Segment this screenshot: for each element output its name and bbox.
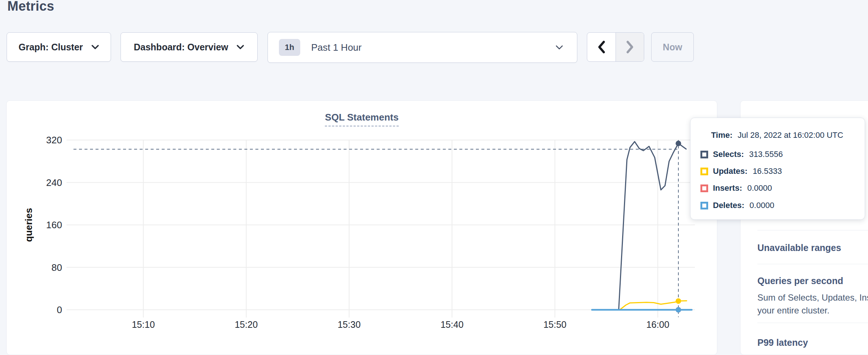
y-axis-tick-label: 80 [51, 262, 62, 273]
tooltip-series-value: 0.0000 [750, 201, 774, 210]
updates-series-swatch-icon [700, 168, 708, 175]
inserts-series-swatch-icon [700, 184, 708, 192]
sidebar-description-line: your entire cluster. [757, 305, 829, 316]
divider [757, 323, 868, 323]
hover-crosshair [73, 140, 678, 317]
graph-selector-dropdown[interactable]: Graph: Cluster [7, 32, 111, 62]
dashboard-selector-dropdown[interactable]: Dashboard: Overview [121, 32, 258, 62]
y-axis-tick-label: 240 [46, 177, 62, 188]
dashboard-selector-label: Dashboard: Overview [134, 42, 228, 53]
x-axis-tick-label: 15:40 [441, 319, 464, 330]
next-time-window-button[interactable] [616, 33, 644, 61]
x-axis-tick-label: 15:50 [544, 319, 567, 330]
sidebar-description-line: Sum of Selects, Updates, Inser [757, 293, 868, 303]
chevron-right-icon [624, 40, 635, 54]
y-axis-tick-label: 160 [46, 219, 62, 230]
chevron-down-icon [555, 44, 564, 51]
sidebar-heading-p99-latency: P99 latency [757, 337, 808, 348]
chart-grid: 08016024032015:1015:2015:3015:4015:5016:… [46, 135, 695, 330]
now-button[interactable]: Now [651, 32, 694, 62]
sql-statements-chart[interactable]: 08016024032015:1015:2015:3015:4015:5016:… [7, 101, 718, 355]
time-range-dropdown[interactable]: 1h Past 1 Hour [268, 32, 577, 63]
x-axis-tick-label: 15:30 [338, 319, 361, 330]
chevron-down-icon [236, 44, 244, 50]
tooltip-series-label: Deletes: [713, 201, 745, 210]
graph-selector-label: Graph: Cluster [18, 42, 83, 53]
time-range-badge: 1h [279, 39, 300, 56]
hover-dot-updates [676, 298, 681, 304]
y-axis-tick-label: 320 [46, 135, 62, 146]
time-step-button-group [587, 32, 644, 62]
sidebar-heading-queries-per-second: Queries per second [757, 276, 843, 286]
x-axis-tick-label: 16:00 [646, 319, 670, 330]
tooltip-series-value: 313.5556 [749, 150, 783, 159]
sidebar-heading-unavailable-ranges: Unavailable ranges [757, 243, 841, 253]
divider [757, 264, 868, 264]
sql-statements-chart-card: SQL Statements 08016024032015:1015:2015:… [6, 100, 717, 355]
previous-time-window-button[interactable] [587, 33, 616, 61]
tooltip-series-label: Inserts: [713, 183, 742, 193]
deletes-series-swatch-icon [700, 202, 708, 209]
page-title: Metrics [7, 0, 54, 14]
x-axis-tick-label: 15:10 [132, 319, 155, 330]
chevron-down-icon [91, 44, 99, 50]
series-line-selects [592, 141, 686, 310]
y-axis-title: queries [23, 208, 34, 242]
tooltip-series-label: Updates: [713, 166, 747, 176]
y-axis-tick-label: 0 [57, 304, 62, 315]
tooltip-series-label: Selects: [713, 150, 744, 159]
hover-dot-deletes [676, 307, 681, 313]
chart-hover-tooltip: Time: Jul 28, 2022 at 16:02:00 UTC Selec… [690, 118, 865, 220]
selects-series-swatch-icon [700, 151, 708, 158]
hover-dot-selects [676, 141, 681, 146]
series-line-updates [592, 301, 687, 310]
tooltip-series-value: 0.0000 [747, 183, 772, 193]
chevron-left-icon [596, 40, 607, 54]
divider [757, 230, 868, 230]
tooltip-series-value: 16.5333 [753, 166, 782, 176]
time-range-label: Past 1 Hour [311, 42, 362, 53]
tooltip-time-label: Time: [711, 130, 732, 140]
x-axis-tick-label: 15:20 [235, 319, 258, 330]
tooltip-time-value: Jul 28, 2022 at 16:02:00 UTC [738, 130, 843, 140]
